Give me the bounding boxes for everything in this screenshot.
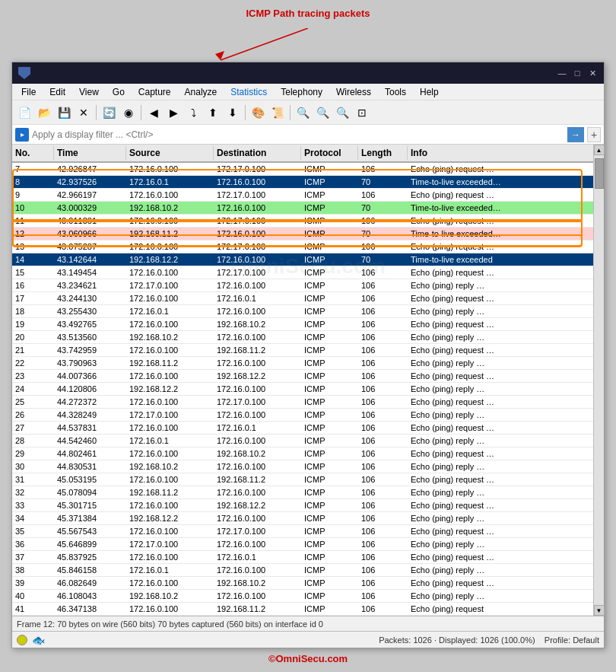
table-cell: 192.168.11.2 (126, 487, 214, 498)
table-cell: Echo (ping) request … (408, 526, 604, 537)
table-row[interactable]: 1843.255430172.16.0.1172.16.0.100ICMP106… (12, 305, 604, 318)
toolbar-autoscroll[interactable]: 📜 (268, 104, 287, 122)
toolbar-fwd[interactable]: ▶ (164, 104, 183, 122)
toolbar-new[interactable]: 📄 (15, 104, 33, 122)
annotation-label: ICMP Path tracing packets (11, 8, 605, 19)
menu-telephony[interactable]: Telephony (275, 85, 329, 99)
table-row[interactable]: 3946.082649172.16.0.100192.168.10.2ICMP1… (12, 577, 604, 590)
menu-help[interactable]: Help (414, 85, 445, 99)
table-row[interactable]: 942.966197172.16.0.100172.17.0.100ICMP10… (12, 189, 604, 202)
table-row[interactable]: 2043.513560192.168.10.2172.16.0.100ICMP1… (12, 331, 604, 344)
table-cell: 106 (358, 332, 408, 342)
table-cell: 106 (358, 487, 408, 498)
menu-view[interactable]: View (73, 85, 105, 99)
table-row[interactable]: 2344.007366172.16.0.100192.168.12.2ICMP1… (12, 370, 604, 383)
table-row[interactable]: 3545.567543172.16.0.100172.17.0.100ICMP1… (12, 525, 604, 538)
table-cell: 70 (358, 177, 408, 187)
table-cell: 43.142644 (54, 254, 126, 265)
table-row[interactable]: 3245.078094192.168.11.2172.16.0.100ICMP1… (12, 486, 604, 499)
capture-status-indicator (17, 635, 27, 645)
menu-file[interactable]: File (15, 85, 42, 99)
table-row[interactable]: 2444.120806192.168.12.2172.16.0.100ICMP1… (12, 383, 604, 396)
table-row[interactable]: 842.937526172.16.0.1172.16.0.100ICMP70Ti… (12, 176, 604, 189)
menu-edit[interactable]: Edit (43, 85, 71, 99)
table-row[interactable]: 3845.846158172.16.0.1172.16.0.100ICMP106… (12, 564, 604, 577)
table-row[interactable]: 4046.108043192.168.10.2172.16.0.100ICMP1… (12, 590, 604, 603)
table-row[interactable]: 2744.537831172.16.0.100172.16.0.1ICMP106… (12, 422, 604, 435)
table-row[interactable]: 2544.272372172.16.0.100172.17.0.100ICMP1… (12, 396, 604, 409)
table-row[interactable]: 3745.837925172.16.0.100172.16.0.1ICMP106… (12, 551, 604, 564)
toolbar-reload[interactable]: 🔄 (100, 104, 118, 122)
table-row[interactable]: 1743.244130172.16.0.100172.16.0.1ICMP106… (12, 292, 604, 305)
table-row[interactable]: 1243.060966192.168.11.2172.16.0.100ICMP7… (12, 228, 604, 240)
table-row[interactable]: 2143.742959172.16.0.100192.168.11.2ICMP1… (12, 344, 604, 357)
table-cell: Echo (ping) request … (408, 397, 604, 407)
toolbar-zoomreset[interactable]: 🔍 (333, 104, 351, 122)
menu-statistics[interactable]: Statistics (224, 85, 273, 99)
table-row[interactable]: 2644.328249172.17.0.100172.16.0.100ICMP1… (12, 409, 604, 422)
menu-wireless[interactable]: Wireless (330, 85, 377, 99)
close-button[interactable]: ✕ (587, 68, 598, 78)
table-row[interactable]: 1543.149454172.16.0.100172.17.0.100ICMP1… (12, 266, 604, 279)
table-cell: ICMP (301, 345, 358, 355)
toolbar-back[interactable]: ◀ (144, 104, 163, 122)
scroll-down-button[interactable]: ▼ (594, 605, 605, 616)
menu-go[interactable]: Go (106, 85, 131, 99)
table-cell: 28 (12, 435, 54, 446)
table-row[interactable]: 1143.011381172.16.0.100172.17.0.100ICMP1… (12, 215, 604, 228)
scrollbar[interactable]: ▲ ▼ (593, 145, 604, 616)
table-row[interactable]: 1643.234621172.17.0.100172.16.0.100ICMP1… (12, 279, 604, 292)
table-cell: Echo (ping) reply … (408, 435, 604, 446)
table-cell: Echo (ping) request … (408, 293, 604, 304)
table-row[interactable]: 3345.301715172.16.0.100192.168.12.2ICMP1… (12, 499, 604, 512)
table-row[interactable]: 1043.000329192.168.10.2172.16.0.100ICMP7… (12, 202, 604, 215)
table-row[interactable]: 3645.646899172.17.0.100172.16.0.100ICMP1… (12, 538, 604, 551)
table-row[interactable]: 3044.830531192.168.10.2172.16.0.100ICMP1… (12, 460, 604, 473)
table-row[interactable]: 2243.790963192.168.11.2172.16.0.100ICMP1… (12, 357, 604, 370)
minimize-button[interactable]: — (557, 68, 567, 78)
table-cell: 43.075287 (54, 241, 126, 252)
toolbar-top[interactable]: ⬆ (204, 104, 222, 122)
table-cell: ICMP (301, 306, 358, 317)
toolbar-sep3 (245, 105, 246, 120)
toolbar-resize[interactable]: ⊡ (353, 104, 371, 122)
menu-tools[interactable]: Tools (379, 85, 412, 99)
table-cell: ICMP (301, 254, 358, 265)
table-row[interactable]: 1343.075287172.16.0.100172.17.0.100ICMP1… (12, 240, 604, 253)
maximize-button[interactable]: □ (572, 68, 583, 78)
table-cell: Echo (ping) request … (408, 267, 604, 278)
scroll-thumb[interactable] (595, 158, 604, 189)
table-cell: 192.168.10.2 (126, 591, 214, 601)
toolbar-open[interactable]: 📂 (35, 104, 53, 122)
toolbar-close[interactable]: ✕ (75, 104, 93, 122)
table-row[interactable]: 2944.802461172.16.0.100192.168.10.2ICMP1… (12, 447, 604, 460)
table-cell: 25 (12, 397, 54, 407)
filter-input[interactable] (32, 129, 564, 140)
menu-capture[interactable]: Capture (132, 85, 177, 99)
table-row[interactable]: 1443.142644192.168.12.2172.16.0.100ICMP7… (12, 253, 604, 266)
toolbar-goto[interactable]: ⤵ (184, 104, 202, 122)
table-row[interactable]: 4146.347138172.16.0.100192.168.11.2ICMP1… (12, 603, 604, 616)
toolbar-zoomin[interactable]: 🔍 (294, 104, 312, 122)
table-row[interactable]: 3145.053195172.16.0.100192.168.11.2ICMP1… (12, 473, 604, 486)
filter-apply-button[interactable]: → (567, 127, 584, 142)
table-row[interactable]: 742.926847172.16.0.100172.17.0.100ICMP10… (12, 163, 604, 176)
table-row[interactable]: 1943.492765172.16.0.100192.168.10.2ICMP1… (12, 318, 604, 331)
menu-analyze[interactable]: Analyze (179, 85, 224, 99)
table-cell: 172.17.0.100 (214, 397, 301, 407)
toolbar-zoomout[interactable]: 🔍 (313, 104, 332, 122)
table-cell: 40 (12, 591, 54, 601)
table-cell: 27 (12, 422, 54, 433)
packet-rows: OmniSecu.com 742.926847172.16.0.100172.1… (12, 163, 604, 616)
filter-add-button[interactable]: + (587, 127, 601, 142)
scroll-up-button[interactable]: ▲ (594, 145, 605, 155)
toolbar-save[interactable]: 💾 (55, 104, 73, 122)
table-cell: 106 (358, 591, 408, 601)
toolbar-colorize[interactable]: 🎨 (249, 104, 267, 122)
table-row[interactable]: 3445.371384192.168.12.2172.16.0.100ICMP1… (12, 512, 604, 525)
table-row[interactable]: 2844.542460172.16.0.1172.16.0.100ICMP106… (12, 435, 604, 447)
toolbar-bottom[interactable]: ⬇ (224, 104, 242, 122)
table-cell: 44.328249 (54, 409, 126, 420)
table-cell: 172.16.0.100 (126, 319, 214, 330)
toolbar-capture[interactable]: ◉ (119, 104, 138, 122)
